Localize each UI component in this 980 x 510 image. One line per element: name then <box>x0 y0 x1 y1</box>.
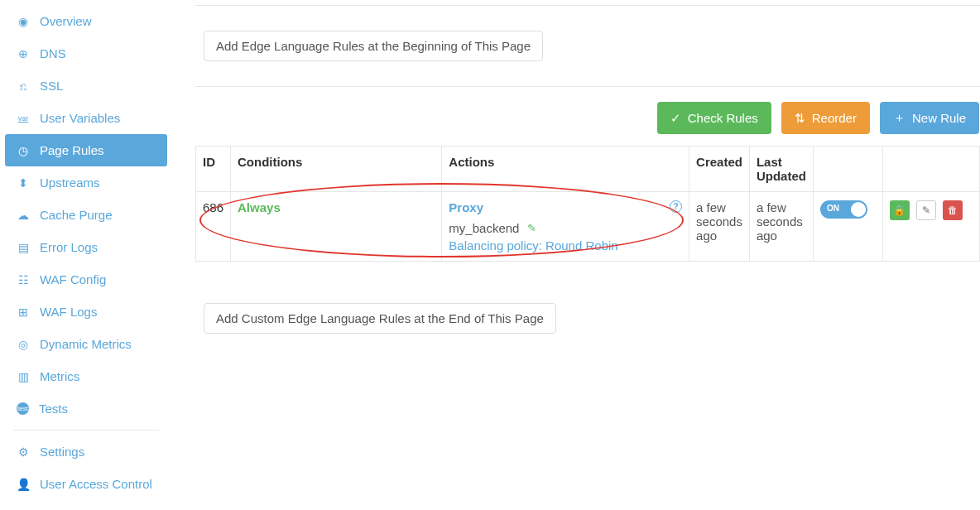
col-header-conditions: Conditions <box>231 147 442 192</box>
new-rule-button[interactable]: ＋ New Rule <box>880 102 979 134</box>
clock-icon: ◷ <box>17 144 30 157</box>
sidebar-item-label: Cache Purge <box>40 208 113 222</box>
sidebar-item-label: Upstreams <box>40 176 100 190</box>
sidebar-item-cache-purge[interactable]: ☁ Cache Purge <box>5 199 167 231</box>
rules-table: ID Conditions Actions Created Last Updat… <box>195 146 980 262</box>
cell-conditions: Always <box>231 192 442 262</box>
check-rules-button[interactable]: ✓ Check Rules <box>657 102 771 134</box>
cell-actions: Proxy ? my_backend ✎ Balancing policy: R… <box>442 192 689 262</box>
sidebar-item-dynamic-metrics[interactable]: ◎ Dynamic Metrics <box>5 328 167 360</box>
list-icon: ☷ <box>17 273 30 286</box>
sidebar-item-label: Tests <box>39 402 68 416</box>
sidebar-item-label: Page Rules <box>40 143 104 157</box>
add-rules-top-button[interactable]: Add Edge Language Rules at the Beginning… <box>204 31 543 61</box>
sidebar-item-label: WAF Logs <box>40 305 97 319</box>
lock-icon: 🔒 <box>893 204 906 216</box>
balancing-policy-link[interactable]: Balancing policy: Round Robin <box>449 238 682 253</box>
sidebar-item-ssl[interactable]: ⎌ SSL <box>5 70 167 102</box>
edit-button[interactable]: ✎ <box>916 200 936 220</box>
chart-icon: ▥ <box>17 370 30 383</box>
sidebar-item-page-rules[interactable]: ◷ Page Rules <box>5 134 167 166</box>
sidebar-item-metrics[interactable]: ▥ Metrics <box>5 360 167 392</box>
sidebar-item-waf-config[interactable]: ☷ WAF Config <box>5 263 167 296</box>
user-gear-icon: 👤 <box>17 478 30 491</box>
condition-value[interactable]: Always <box>238 200 281 214</box>
sidebar-item-overview[interactable]: ◉ Overview <box>5 5 167 37</box>
reorder-button[interactable]: ⇅ Reorder <box>781 102 870 134</box>
cell-row-buttons: 🔒 ✎ 🗑 <box>882 192 980 262</box>
sidebar: ◉ Overview ⊕ DNS ⎌ SSL var User Variable… <box>0 0 172 510</box>
certificate-icon: ⎌ <box>17 79 30 93</box>
sidebar-item-user-access-control[interactable]: 👤 User Access Control <box>5 468 167 500</box>
cell-created: a few seconds ago <box>689 192 750 262</box>
action-proxy-link[interactable]: Proxy <box>449 200 483 214</box>
sidebar-item-label: DNS <box>40 46 66 60</box>
enable-toggle[interactable]: ON <box>820 200 867 219</box>
sidebar-item-waf-logs[interactable]: ⊞ WAF Logs <box>5 296 167 328</box>
help-icon[interactable]: ? <box>670 200 682 213</box>
sidebar-item-label: Error Logs <box>40 240 98 254</box>
toggle-on-label: ON <box>827 204 839 213</box>
button-label: Reorder <box>812 111 857 125</box>
cell-id: 686 <box>196 192 231 262</box>
sidebar-item-label: Settings <box>40 445 84 459</box>
backend-name: my_backend <box>449 221 519 235</box>
toggle-knob <box>851 202 866 217</box>
sort-icon: ⇅ <box>795 111 805 126</box>
sidebar-item-tests[interactable]: test Tests <box>5 392 167 425</box>
add-rules-bottom-button[interactable]: Add Custom Edge Language Rules at the En… <box>204 303 556 334</box>
sidebar-item-label: User Access Control <box>40 477 152 491</box>
delete-button[interactable]: 🗑 <box>943 200 963 220</box>
pencil-icon: ✎ <box>922 204 930 216</box>
dashboard-icon: ◉ <box>17 15 30 28</box>
col-header-updated: Last Updated <box>749 147 813 192</box>
col-header-buttons <box>882 147 980 192</box>
gear-icon: ⚙ <box>17 445 30 459</box>
lock-button[interactable]: 🔒 <box>890 200 910 220</box>
button-label: New Rule <box>912 111 966 125</box>
action-bar: ✓ Check Rules ⇅ Reorder ＋ New Rule <box>195 102 980 134</box>
sidebar-item-error-logs[interactable]: ▤ Error Logs <box>5 231 167 263</box>
cloud-icon: ☁ <box>17 209 30 222</box>
sidebar-item-label: Overview <box>40 14 92 28</box>
plus-icon: ＋ <box>893 110 906 126</box>
cell-toggle: ON <box>813 192 882 262</box>
sidebar-item-user-variables[interactable]: var User Variables <box>5 102 167 134</box>
target-icon: ◎ <box>17 338 30 351</box>
test-icon: test <box>17 402 29 415</box>
sidebar-item-upstreams[interactable]: ⬍ Upstreams <box>5 166 167 199</box>
col-header-actions: Actions <box>442 147 689 192</box>
sidebar-item-settings[interactable]: ⚙ Settings <box>5 435 167 468</box>
sidebar-item-label: WAF Config <box>40 272 106 286</box>
col-header-created: Created <box>689 147 750 192</box>
sidebar-item-dns[interactable]: ⊕ DNS <box>5 37 167 70</box>
col-header-toggle <box>813 147 882 192</box>
cell-updated: a few seconds ago <box>749 192 813 262</box>
table-row: 686 Always Proxy ? my_backend ✎ Bal <box>196 192 980 262</box>
divider <box>195 86 980 87</box>
grid-icon: ⊞ <box>17 306 30 319</box>
globe-icon: ⊕ <box>17 47 30 60</box>
logs-icon: ▤ <box>17 241 30 254</box>
check-icon: ✓ <box>670 111 681 126</box>
sidebar-item-label: User Variables <box>40 111 120 125</box>
sidebar-item-label: Dynamic Metrics <box>40 337 132 351</box>
edit-icon[interactable]: ✎ <box>527 222 536 234</box>
trash-icon: 🗑 <box>948 204 958 216</box>
sidebar-separator <box>13 430 159 431</box>
button-label: Check Rules <box>688 111 758 125</box>
divider <box>195 5 980 6</box>
var-icon: var <box>17 114 30 123</box>
sidebar-item-label: SSL <box>40 79 63 93</box>
sidebar-item-label: Metrics <box>40 369 79 383</box>
upstreams-icon: ⬍ <box>17 176 30 190</box>
col-header-id: ID <box>196 147 231 192</box>
main-content: Add Edge Language Rules at the Beginning… <box>172 0 980 510</box>
